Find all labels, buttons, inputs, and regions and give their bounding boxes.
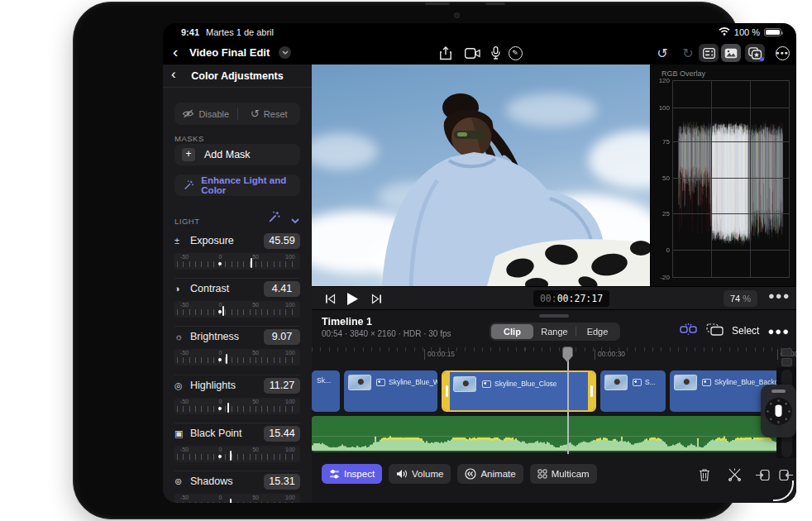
masks-heading: MASKS [174,134,204,143]
slider-track[interactable]: -50050100 [174,301,300,318]
multicam-button[interactable]: Multicam [530,464,597,484]
value-field[interactable]: 11.27 [264,378,300,394]
magnetic-timeline-icon[interactable] [679,323,698,339]
audio-track[interactable] [312,416,786,452]
eye-slash-icon [182,109,194,118]
inspector-toggle-button[interactable] [699,44,719,62]
brightness-icon: ☼ [174,332,186,342]
auto-light-icon[interactable] [268,211,280,227]
redo-button[interactable]: ↻ [678,44,698,62]
ipad-frame: 9:41 Martes 1 de abril 100 % ‹ Video Fin… [73,2,739,519]
reset-button[interactable]: ↺ Reset [238,103,301,125]
clock: 9:41 [181,27,199,37]
insert-clip-icon[interactable] [753,466,771,484]
disable-button[interactable]: Disable [174,103,237,125]
wifi-icon [719,27,730,37]
enhance-light-color-button[interactable]: Enhance Light and Color [174,174,300,196]
play-button[interactable] [346,292,359,309]
magic-wand-icon [184,179,193,191]
timeline-ruler[interactable]: 00:00:15 00:00:30 00:00:45 [312,346,796,367]
timeline-clip[interactable]: S... [600,370,666,412]
delete-button[interactable] [695,466,714,484]
share-button[interactable] [436,44,456,62]
scope-axis-label: -20 [660,274,670,281]
slider-track[interactable]: -50050100 [174,446,300,462]
undo-button[interactable]: ↺ [652,44,672,62]
edit-mode-control: Clip Range Edge [490,323,620,341]
add-mask-button[interactable]: + Add Mask [174,144,300,165]
track-height-button[interactable] [781,348,792,356]
collapse-chevron-icon[interactable] [290,213,300,227]
sliders-icon [329,470,340,479]
slider-track[interactable]: -50050100 [174,253,300,270]
photo-icon [482,380,491,388]
select-button[interactable]: Select [732,325,759,337]
more-button[interactable]: ●●● [772,44,792,62]
scope-axis-label: 0 [666,246,670,254]
jog-wheel-panel[interactable] [761,385,796,437]
clip-thumbnail [348,375,371,390]
slider-track[interactable]: -50050100 [174,398,300,414]
timeline-clip[interactable]: Sk... [312,370,340,412]
skip-to-end-button[interactable] [371,293,382,308]
trim-handle-right[interactable] [588,372,595,410]
grid-icon [537,469,547,479]
contrast-icon: ◑ [174,284,186,294]
slider-thumb [227,403,229,413]
disable-reset-control: Disable ↺ Reset [174,103,300,125]
slider-track[interactable]: -50050100 [174,349,300,366]
timeline-meta: 00:54 · 3840 × 2160 · HDR · 30 fps [322,329,451,338]
timeline-clip[interactable]: Skyline_Blue_Wide [344,370,437,412]
pencil-tools-button[interactable]: ✎ [505,44,525,62]
value-field[interactable]: 15.44 [264,426,300,442]
back-button[interactable]: ‹ [173,42,178,62]
skip-to-start-button[interactable] [325,293,336,308]
effects-button[interactable] [745,44,765,62]
speaker-icon [396,469,408,479]
timeline-more-button[interactable]: ●●● [767,325,790,337]
status-bar: 9:41 Martes 1 de abril 100 % [163,23,796,41]
animate-button[interactable]: Animate [457,464,523,484]
scope-axis-label: 100 [659,104,670,112]
playhead-handle[interactable] [562,347,573,362]
shadows-icon: ⊚ [174,476,186,487]
mode-clip[interactable]: Clip [491,324,533,339]
video-viewer[interactable] [312,65,650,286]
slider-highlights: ◎ Highlights 11.27 -50050100 [174,377,300,418]
value-field[interactable]: 9.07 [264,329,300,345]
cut-clip-icon[interactable] [725,466,743,484]
slider-track[interactable]: -50050100 [174,494,300,503]
value-field[interactable]: 4.41 [264,281,300,297]
volume-button[interactable]: Volume [389,464,451,484]
overwrite-mode-icon[interactable] [706,323,724,339]
inspect-button[interactable]: Inspect [322,464,382,484]
highlights-icon: ◎ [174,380,186,391]
audio-waveform [312,416,786,452]
slider-thumb [222,306,224,316]
mode-range[interactable]: Range [533,324,576,339]
project-title[interactable]: Video Final Edit [189,46,270,59]
timeline-section: Timeline 1 00:54 · 3840 × 2160 · HDR · 3… [312,310,796,503]
clip-thumbnail [453,376,476,392]
ruler-label: 00:00:30 [595,349,625,360]
mic-button[interactable] [485,44,505,62]
camera-button[interactable] [462,44,482,62]
track-height-button[interactable] [781,358,792,366]
project-menu-chevron-icon[interactable] [279,46,291,59]
media-browser-button[interactable] [721,44,741,62]
battery-percent: 100 % [734,27,760,37]
jog-dial[interactable] [764,397,793,426]
value-field[interactable]: 15.31 [264,474,300,490]
timeline-clip-selected[interactable]: Skyline_Blue_Close [442,370,596,412]
slider-contrast: ◑ Contrast 4.41 -50050100 [174,280,300,322]
value-field[interactable]: 45.59 [264,233,300,249]
jog-drag-bar[interactable] [771,390,786,393]
volume-button [425,2,450,5]
timeline-drag-handle[interactable] [539,314,569,318]
viewer-zoom-button[interactable]: 74% [724,290,757,307]
trim-handle-left[interactable] [443,372,450,410]
mode-edge[interactable]: Edge [576,324,619,339]
viewer-more-button[interactable]: ●●● [768,289,791,302]
title-bar: ‹ Video Final Edit ✎ ↺ ↻ ●●● [163,41,796,65]
screen: 9:41 Martes 1 de abril 100 % ‹ Video Fin… [163,23,796,503]
